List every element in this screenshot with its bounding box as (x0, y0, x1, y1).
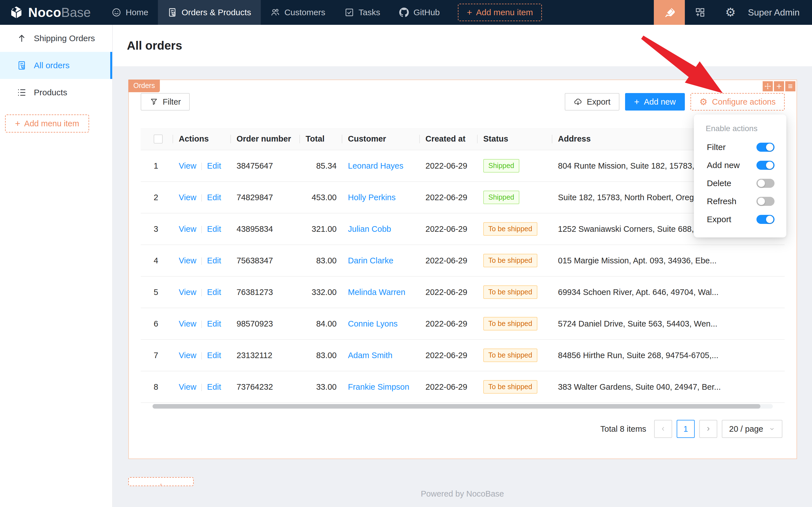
edit-link[interactable]: Edit (207, 224, 221, 233)
order-number-cell: 76381273 (231, 276, 300, 308)
user-menu[interactable]: Super Admin (746, 0, 812, 25)
add-block-icon[interactable] (774, 81, 784, 91)
drag-handle-icon[interactable] (763, 81, 773, 91)
menu-item-refresh[interactable]: Refresh (694, 192, 786, 210)
nav-item-github[interactable]: GitHub (390, 0, 449, 25)
page-size-select[interactable]: 20 / page (722, 420, 782, 438)
plus-icon: + (467, 8, 472, 17)
block-menu-icon[interactable] (785, 81, 795, 91)
customer-cell: Holly Perkins (342, 182, 420, 213)
address-cell: 84856 Hirthe Run, Suite 268, 94754-6705,… (552, 339, 785, 371)
page-1-button[interactable]: 1 (677, 420, 695, 438)
row-index: 3 (141, 213, 173, 245)
add-menu-item-label: Add menu item (476, 8, 533, 17)
toggle-switch[interactable] (756, 179, 774, 188)
toggle-switch[interactable] (756, 197, 774, 206)
toggle-switch[interactable] (756, 161, 774, 170)
view-link[interactable]: View (179, 382, 196, 391)
customer-link[interactable]: Frankie Simpson (348, 382, 409, 391)
actions-divider (201, 321, 202, 328)
view-link[interactable]: View (179, 161, 196, 170)
column-header-order-number: Order number (231, 128, 300, 150)
sidebar-item-label: All orders (34, 61, 70, 70)
navbar-add-menu-item-button[interactable]: + Add menu item (458, 4, 542, 21)
plugin-manager-button[interactable] (685, 0, 715, 25)
sidebar-item-products[interactable]: Products (0, 79, 112, 106)
edit-link[interactable]: Edit (207, 319, 221, 328)
check-square-icon (345, 8, 354, 17)
toggle-switch[interactable] (756, 143, 774, 152)
previous-page-button[interactable] (654, 420, 672, 438)
edit-link[interactable]: Edit (207, 382, 221, 391)
edit-link[interactable]: Edit (207, 351, 221, 360)
actions-divider (201, 163, 202, 170)
nav-item-home[interactable]: Home (102, 0, 158, 25)
next-page-button[interactable] (699, 420, 717, 438)
nocobase-logo[interactable]: NocoBase (0, 0, 102, 25)
view-link[interactable]: View (179, 351, 196, 360)
toggle-knob (758, 198, 765, 205)
view-link[interactable]: View (179, 319, 196, 328)
customer-link[interactable]: Connie Lyons (348, 319, 398, 328)
sidebar-item-all-orders[interactable]: All orders (0, 52, 112, 79)
top-navbar: NocoBase Home Orders & Products Customer… (0, 0, 812, 25)
configure-actions-button[interactable]: ⚙ Configure actions (691, 93, 785, 111)
view-link[interactable]: View (179, 288, 196, 297)
chevron-right-icon (705, 426, 712, 432)
customer-link[interactable]: Julian Cobb (348, 224, 391, 233)
filter-button[interactable]: Filter (141, 93, 190, 111)
created-at-cell: 2022-06-29 (420, 245, 478, 276)
chevron-down-icon (769, 426, 775, 432)
smile-home-icon (112, 8, 121, 17)
menu-item-add-new[interactable]: Add new (694, 156, 786, 174)
select-all-checkbox[interactable] (154, 134, 163, 144)
toggle-knob (766, 162, 773, 169)
view-link[interactable]: View (179, 256, 196, 265)
row-index: 6 (141, 308, 173, 339)
toggle-switch[interactable] (756, 215, 774, 224)
cloud-download-icon (574, 98, 582, 106)
status-cell: To be shipped (478, 371, 552, 403)
brand-name-bold: Noco (28, 5, 61, 20)
sidebar-add-menu-item-button[interactable]: + Add menu item (5, 114, 89, 132)
system-settings-button[interactable]: ⚙ (715, 0, 746, 25)
row-index: 4 (141, 245, 173, 276)
customer-link[interactable]: Melinda Warren (348, 288, 405, 297)
customer-link[interactable]: Holly Perkins (348, 193, 396, 202)
address-cell: 383 Walter Gardens, Suite 040, 24947, Be… (552, 371, 785, 403)
edit-link[interactable]: Edit (207, 161, 221, 170)
add-new-button[interactable]: + Add new (625, 93, 685, 111)
row-actions: ViewEdit (173, 245, 231, 276)
customer-link[interactable]: Darin Clarke (348, 256, 393, 265)
nav-item-tasks[interactable]: Tasks (335, 0, 390, 25)
menu-item-label: Filter (707, 143, 726, 152)
order-number-cell: 43895834 (231, 213, 300, 245)
row-actions: ViewEdit (173, 276, 231, 308)
edit-link[interactable]: Edit (207, 288, 221, 297)
table-header-row: Actions Order number Total Customer Crea… (141, 128, 785, 150)
menu-item-delete[interactable]: Delete (694, 174, 786, 192)
nav-item-orders-products[interactable]: Orders & Products (158, 0, 261, 25)
scrollbar-thumb[interactable] (153, 404, 760, 409)
column-header-total: Total (300, 128, 342, 150)
customer-cell: Melinda Warren (342, 276, 420, 308)
ui-editor-button[interactable] (654, 0, 685, 25)
add-block-button[interactable]: + Add block (128, 477, 194, 486)
table-toolbar: Filter Export + Add new ⚙ Configure acti… (129, 80, 797, 111)
edit-link[interactable]: Edit (207, 256, 221, 265)
menu-item-export[interactable]: Export (694, 210, 786, 228)
actions-divider (201, 194, 202, 202)
cube-logo-icon (10, 6, 23, 19)
edit-link[interactable]: Edit (207, 193, 221, 202)
customer-link[interactable]: Leonard Hayes (348, 161, 403, 170)
view-link[interactable]: View (179, 193, 196, 202)
customer-link[interactable]: Adam Smith (348, 351, 393, 360)
view-link[interactable]: View (179, 224, 196, 233)
enable-actions-dropdown: Enable actions Filter Add new Delete Ref… (694, 114, 786, 237)
nav-item-customers[interactable]: Customers (261, 0, 335, 25)
orders-table-body: 1ViewEdit3847564785.34Leonard Hayes2022-… (141, 150, 785, 403)
menu-item-filter[interactable]: Filter (694, 138, 786, 156)
sidebar-item-shipping-orders[interactable]: Shipping Orders (0, 25, 112, 52)
export-button[interactable]: Export (565, 93, 620, 111)
file-done-icon (17, 61, 26, 70)
